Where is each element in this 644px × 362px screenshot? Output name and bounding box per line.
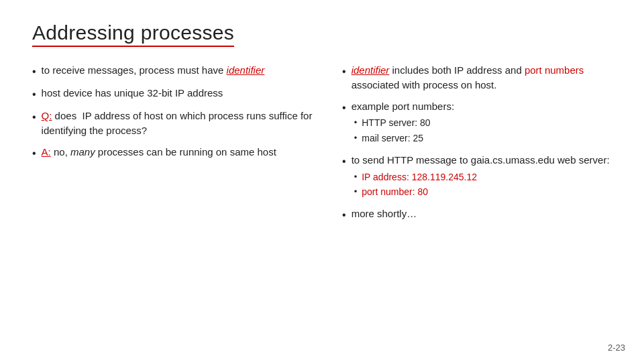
list-item: example port numbers: HTTP server: 80 ma… <box>342 99 612 146</box>
list-item: HTTP server: 80 <box>354 116 612 129</box>
left-column: to receive messages, process must have i… <box>32 63 315 168</box>
slide-number: 2-23 <box>608 343 625 353</box>
q-label: Q: <box>42 110 52 121</box>
more-shortly-text: more shortly… <box>352 206 612 221</box>
port-numbers-list: HTTP server: 80 mail server: 25 <box>354 116 612 145</box>
http-port: HTTP server: 80 <box>362 116 430 129</box>
right-item2-text: example port numbers: HTTP server: 80 ma… <box>352 99 612 146</box>
item1-text: to receive messages, process must have i… <box>42 63 315 78</box>
identifier-italic: identifier <box>227 64 265 76</box>
list-item: port number: 80 <box>354 185 612 198</box>
list-item: A: no, many processes can be running on … <box>32 145 315 161</box>
port-numbers-text: port numbers <box>525 64 584 76</box>
right-column: identifier includes both IP address and … <box>342 63 612 229</box>
list-item: host device has unique 32-bit IP address <box>32 86 315 102</box>
slide-title: Addressing processes <box>32 21 234 47</box>
mail-port: mail server: 25 <box>362 131 423 145</box>
right-list: identifier includes both IP address and … <box>342 63 612 223</box>
port-number-detail: port number: 80 <box>362 185 428 198</box>
list-item: to send HTTP message to gaia.cs.umass.ed… <box>342 153 612 200</box>
left-list: to receive messages, process must have i… <box>32 63 315 161</box>
list-item: Q: does IP address of host on which proc… <box>32 109 315 138</box>
title-container: Addressing processes <box>32 21 612 47</box>
item2-text: host device has unique 32-bit IP address <box>42 86 315 101</box>
slide: Addressing processes to receive messages… <box>0 0 644 362</box>
item4-text: A: no, many processes can be running on … <box>42 145 315 160</box>
list-item: identifier includes both IP address and … <box>342 63 612 93</box>
identifier-right: identifier <box>352 64 390 76</box>
ip-address-detail: IP address: 128.119.245.12 <box>362 170 477 184</box>
list-item: to receive messages, process must have i… <box>32 63 315 79</box>
list-item: IP address: 128.119.245.12 <box>354 170 612 184</box>
right-item3-text: to send HTTP message to gaia.cs.umass.ed… <box>352 153 612 200</box>
right-item1-text: identifier includes both IP address and … <box>352 63 612 93</box>
gaia-details-list: IP address: 128.119.245.12 port number: … <box>354 170 612 199</box>
list-item: more shortly… <box>342 206 612 223</box>
list-item: mail server: 25 <box>354 131 612 145</box>
item3-text: Q: does IP address of host on which proc… <box>42 109 315 138</box>
many-italic: many <box>70 146 95 158</box>
a-label: A: <box>42 146 51 158</box>
columns: to receive messages, process must have i… <box>32 63 612 229</box>
